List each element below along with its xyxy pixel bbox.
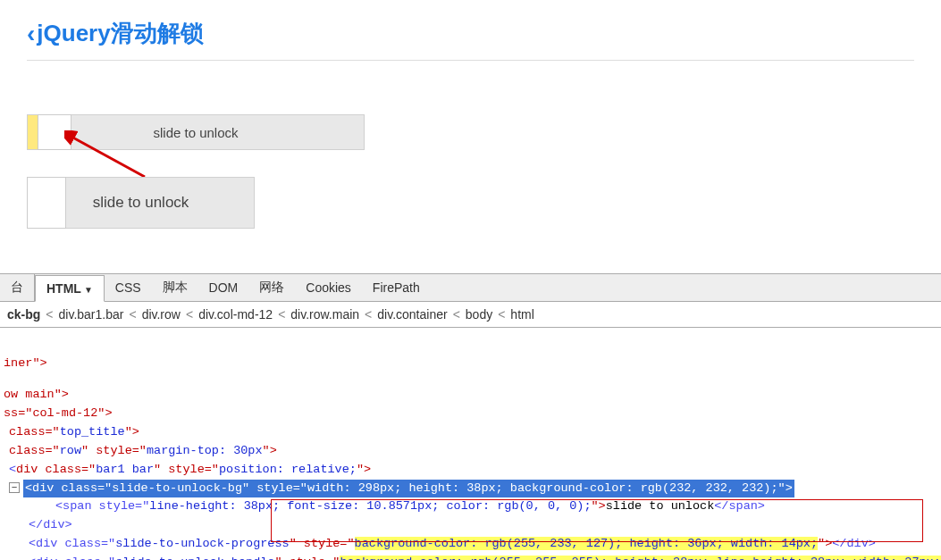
breadcrumb-sep-icon: < xyxy=(44,307,55,322)
tab-script[interactable]: 脚本 xyxy=(152,274,198,301)
dom-text: ow main"> xyxy=(4,388,69,401)
breadcrumb-sep-icon: < xyxy=(276,307,287,322)
breadcrumb-sep-icon: < xyxy=(451,307,462,322)
crumb[interactable]: html xyxy=(507,307,537,322)
devtools-breadcrumb: ck-bg < div.bar1.bar < div.row < div.col… xyxy=(0,302,941,328)
tab-dom[interactable]: DOM xyxy=(198,275,249,300)
crumb-selected[interactable]: ck-bg xyxy=(4,307,44,322)
tab-console-partial[interactable]: 台 xyxy=(0,274,35,301)
top-title-row: ‹ jQuery滑动解锁 xyxy=(27,18,914,61)
tab-firepath[interactable]: FirePath xyxy=(362,275,431,300)
breadcrumb-sep-icon: < xyxy=(496,307,507,322)
breadcrumb-sep-icon: < xyxy=(363,307,374,322)
crumb[interactable]: div.row.main xyxy=(287,307,363,322)
slider-bar-1: slide to unlock xyxy=(27,114,366,150)
tab-net[interactable]: 网络 xyxy=(248,274,295,301)
dom-text: < xyxy=(9,463,16,476)
arrow-annotation-icon xyxy=(64,130,154,184)
crumb[interactable]: div.col-md-12 xyxy=(195,307,276,322)
crumb[interactable]: div.row xyxy=(139,307,184,322)
dom-text: class=" xyxy=(9,425,60,439)
breadcrumb-sep-icon: < xyxy=(184,307,195,322)
highlighted-style-handle: background-color: rgb(255, 255, 255); he… xyxy=(340,556,941,560)
breadcrumb-sep-icon: < xyxy=(127,307,138,322)
highlighted-style-progress: background-color: rgb(255, 233, 127); he… xyxy=(355,537,818,550)
dom-text: ss="col-md-12"> xyxy=(4,406,113,420)
devtools-dom-tree[interactable]: iner"> ow main"> ss="col-md-12"> class="… xyxy=(0,328,941,560)
dom-text: </div> xyxy=(29,518,72,531)
crumb[interactable]: div.container xyxy=(374,307,450,322)
page-title: jQuery滑动解锁 xyxy=(37,18,203,49)
slide-handle-2[interactable] xyxy=(27,177,66,229)
tab-css[interactable]: CSS xyxy=(105,275,152,300)
devtools-tabstrip: 台 HTML▼ CSS 脚本 DOM 网络 Cookies FirePath xyxy=(0,273,941,302)
crumb[interactable]: div.bar1.bar xyxy=(55,307,128,322)
dropdown-caret-icon: ▼ xyxy=(84,285,93,295)
slider-bar-2: slide to unlock xyxy=(27,177,256,229)
back-chevron-icon[interactable]: ‹ xyxy=(27,21,35,46)
dom-selected-node[interactable]: <div class="slide-to-unlock-bg" style="w… xyxy=(23,480,794,498)
crumb[interactable]: body xyxy=(462,307,496,322)
dom-text: iner"> xyxy=(4,356,47,370)
tab-html[interactable]: HTML▼ xyxy=(35,275,105,302)
collapse-toggle-icon[interactable]: − xyxy=(9,482,20,493)
tab-cookies[interactable]: Cookies xyxy=(295,275,362,300)
svg-line-0 xyxy=(70,136,145,177)
